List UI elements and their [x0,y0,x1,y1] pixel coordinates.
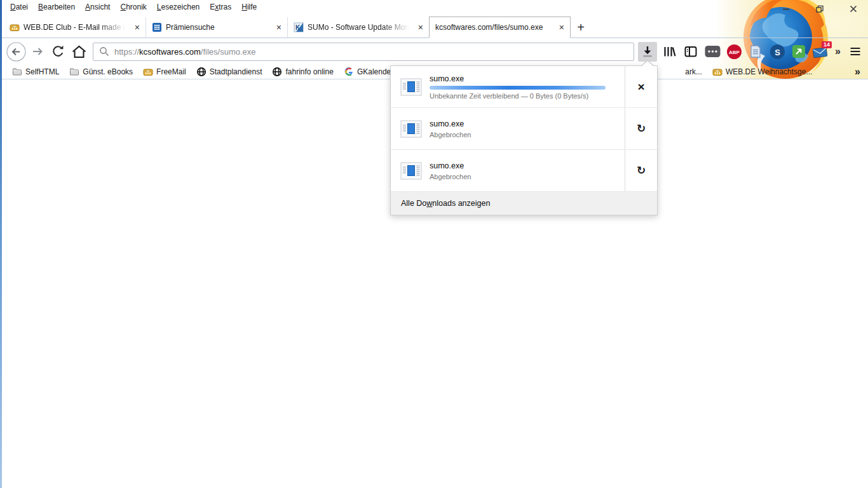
bookmark-label: GKalender [357,67,393,76]
tab-title: WEB.DE Club - E-Mail made in [24,23,129,32]
close-window-button[interactable] [848,4,859,14]
restore-button[interactable] [814,4,825,14]
download-info: sumo.exeUnbekannte Zeit verbleibend — 0 … [430,74,625,100]
download-arrow-icon [641,44,654,58]
url-bar[interactable]: https://kcsoftwares.com/files/sumo.exe [93,43,634,61]
download-progress-bar [430,86,606,90]
tab-close-button[interactable]: × [557,23,566,32]
exe-file-icon [400,120,422,138]
bookmark-item-ark[interactable]: ark... [680,66,707,78]
menu-item-chronik[interactable]: Chronik [115,1,151,13]
browser-window: DateiBearbeitenAnsichtChronikLesezeichen… [0,0,868,488]
show-all-downloads-button[interactable]: Alle Downloads anzeigen [391,192,657,215]
exe-file-icon [400,78,422,96]
bookmark-label: SelfHTML [25,67,59,76]
new-tab-button[interactable]: + [571,17,591,38]
bookmark-item-web-de-weihnachtsge[interactable]: WEB.DE Weihnachtsge... [707,65,818,78]
webde-bank-icon [143,67,153,77]
download-status: Abgebrochen [430,131,618,139]
bookmark-label: Stadtplandienst [210,67,262,76]
exe-file-icon [400,162,422,180]
retry-download-button[interactable]: ↻ [625,108,657,149]
download-filename: sumo.exe [430,161,618,170]
skype-icon: S [770,44,785,60]
folder-icon [69,67,79,77]
download-status: Abgebrochen [430,173,618,180]
tab-sumo-software-update-monit[interactable]: KSUMo - Software Update Monit× [287,17,429,38]
skype-addon-button[interactable]: S [768,42,787,62]
mail-badge: 14 [822,41,832,49]
bookmark-item-freemail[interactable]: FreeMail [138,65,191,78]
toolbar-icons: ABP S 14 » [638,42,865,62]
search-icon [99,46,109,57]
bookmark-label: FreeMail [156,67,186,76]
tab-close-button[interactable]: × [275,23,283,32]
download-item-2[interactable]: sumo.exeAbgebrochen↻ [391,108,657,150]
cancel-icon: × [637,81,644,93]
abp-label: ABP [729,50,740,55]
note-icon [749,44,762,58]
download-item-3[interactable]: sumo.exeAbgebrochen↻ [391,150,657,192]
tab-pr-miensuche[interactable]: Prämiensuche× [146,17,287,38]
skype-label: S [775,47,780,57]
toolbar-overflow-button[interactable]: » [832,46,843,57]
tab-web-de-club-e-mail-made-in[interactable]: WEB.DE Club - E-Mail made in× [4,17,146,38]
url-text: https://kcsoftwares.com/files/sumo.exe [114,47,256,57]
abp-icon: ABP [726,44,742,60]
sumo-icon: K [294,22,304,32]
cancel-download-button[interactable]: × [625,66,657,107]
bookmark-label: WEB.DE Weihnachtsge... [726,67,813,76]
bookmark-item-fahrinfo-online[interactable]: fahrinfo online [267,65,338,78]
url-scheme: https:// [114,47,139,57]
menu-item-datei[interactable]: Datei [5,1,33,13]
green-addon-button[interactable] [789,42,808,62]
menu-item-lesezeichen[interactable]: Lesezeichen [152,1,205,13]
downloads-panel: sumo.exeUnbekannte Zeit verbleibend — 0 … [390,65,658,215]
bookmark-item-g-nst-ebooks[interactable]: Günst. eBooks [64,65,138,78]
download-filename: sumo.exe [430,74,618,83]
bookmark-label: Günst. eBooks [83,67,133,76]
menu-item-bearbeiten[interactable]: Bearbeiten [33,1,80,13]
bookmarks-overflow-button[interactable]: » [855,66,868,78]
menu-item-extras[interactable]: Extras [205,1,236,13]
bookmark-item-selfhtml[interactable]: SelfHTML [7,65,64,78]
forward-button[interactable] [27,41,48,62]
bookmark-label: ark... [685,67,702,76]
bookmark-item-stadtplandienst[interactable]: Stadtplandienst [191,65,268,78]
hamburger-menu-button[interactable] [846,42,865,62]
globe-icon [196,67,207,77]
library-icon [662,44,676,58]
notes-addon-button[interactable] [746,42,765,62]
adblock-plus-button[interactable]: ABP [724,42,743,62]
webde-bank-icon [10,22,20,32]
back-button[interactable] [6,41,27,62]
praemiensuche-icon [152,22,162,32]
tab-title: Prämiensuche [166,23,271,32]
home-button[interactable] [69,41,90,62]
tab-kcsoftwares-com-files-sumo-exe[interactable]: kcsoftwares.com/files/sumo.exe× [429,17,571,38]
downloads-button[interactable] [638,42,657,62]
window-border [0,0,2,488]
addon-dots-button[interactable] [703,42,722,62]
retry-icon: ↻ [637,165,646,176]
minimize-button[interactable] [780,4,792,14]
menu-item-ansicht[interactable]: Ansicht [80,1,115,13]
tab-title: SUMo - Software Update Monit [308,23,412,32]
downloads-panel-anchor [641,60,654,67]
window-controls [780,4,859,14]
tab-close-button[interactable]: × [416,23,425,32]
dots-icon [705,45,721,58]
retry-icon: ↻ [637,123,646,134]
sidebar-button[interactable] [681,42,700,62]
reload-button[interactable] [48,41,69,62]
download-info: sumo.exeAbgebrochen [430,161,625,180]
library-button[interactable] [660,42,679,62]
download-item-1[interactable]: sumo.exeUnbekannte Zeit verbleibend — 0 … [391,66,657,108]
download-info: sumo.exeAbgebrochen [430,119,625,139]
menu-item-hilfe[interactable]: Hilfe [236,1,262,13]
retry-download-button[interactable]: ↻ [625,150,657,191]
tab-close-button[interactable]: × [133,23,142,32]
mailcheck-button[interactable]: 14 [811,42,830,62]
webde-bank-icon [712,67,722,77]
tab-bar: WEB.DE Club - E-Mail made in×Prämiensuch… [2,13,868,38]
